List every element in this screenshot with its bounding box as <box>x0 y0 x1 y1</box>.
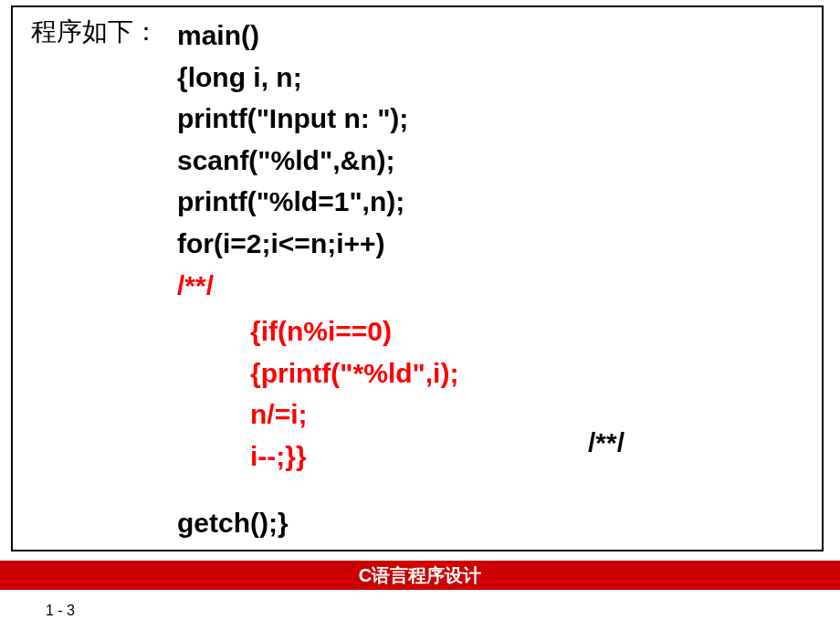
code-line-last: getch();} <box>177 508 289 539</box>
code-line: i--;}} <box>250 436 458 478</box>
code-line: {printf("*%ld",i); <box>250 352 458 394</box>
code-comment: /**/ <box>177 265 408 307</box>
code-line: for(i=2;i<=n;i++) <box>177 223 408 265</box>
code-line: scanf("%ld",&n); <box>177 140 408 182</box>
code-block-main: main() {long i, n; printf("Input n: "); … <box>177 15 408 306</box>
footer-bar: C语言程序设计 <box>0 561 840 590</box>
code-block-highlighted: {if(n%i==0) {printf("*%ld",i); n/=i; i--… <box>250 310 458 477</box>
program-label: 程序如下： <box>31 15 159 49</box>
code-line: printf("%ld=1",n); <box>177 181 408 223</box>
code-line: main() <box>177 15 408 57</box>
page-number: 1 - 3 <box>46 603 75 619</box>
code-line: {if(n%i==0) <box>250 310 458 352</box>
code-line: printf("Input n: "); <box>177 98 408 140</box>
code-line: n/=i; <box>250 394 458 436</box>
code-comment-right: /**/ <box>588 427 625 458</box>
footer-title: C语言程序设计 <box>359 563 481 588</box>
code-line: {long i, n; <box>177 57 408 99</box>
slide-content: 程序如下： main() {long i, n; printf("Input n… <box>11 5 824 551</box>
